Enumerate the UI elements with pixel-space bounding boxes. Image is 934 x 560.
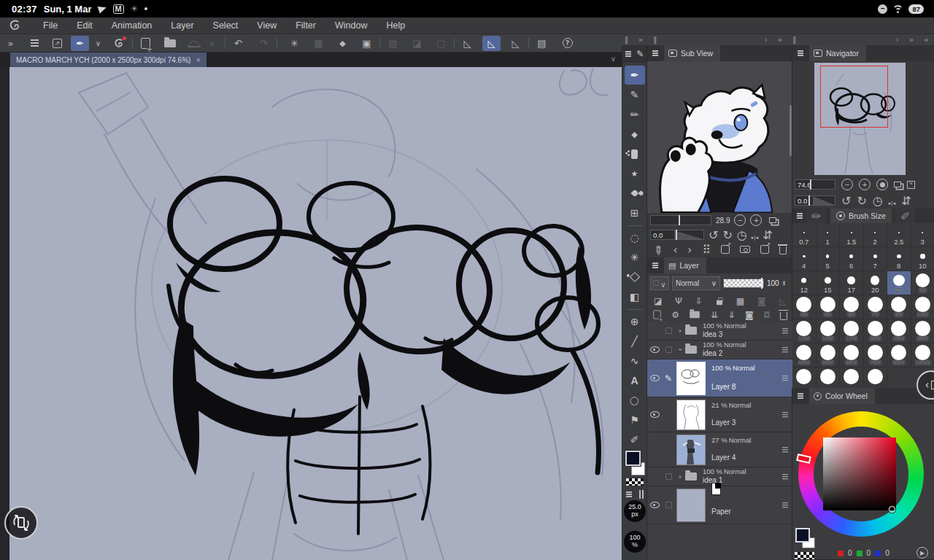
new-layer-settings-icon[interactable] [671,310,679,320]
layer-row-layer8[interactable]: 100 %Normal Layer 8 [647,359,792,397]
lock-transparent-pixels-icon[interactable] [736,296,744,306]
brush-size-option-170[interactable]: 170 [840,319,864,343]
panel-menu-icon[interactable] [652,265,658,266]
lock-layer-icon[interactable] [717,300,722,305]
brush-size-option-3[interactable]: 3 [911,223,934,247]
actual-size-button[interactable] [876,179,888,190]
dock-expand-icon[interactable] [909,36,914,44]
clip-studio-home-button[interactable] [110,36,128,51]
create-mask-icon[interactable] [745,310,754,320]
layer-row-layer4[interactable]: 27 %Normal Layer 4 [647,432,792,467]
reset-display-button[interactable] [285,36,304,51]
brush-size-option-80[interactable]: 80 [887,295,911,319]
foreground-color-swatch[interactable] [795,528,810,542]
brush-size-option-500[interactable]: 500 [817,343,841,368]
dock-arrow-icon[interactable] [896,36,899,44]
brush-size-option-1000[interactable]: 1000 [911,343,934,368]
color-mode-toggle[interactable]: ▶ [916,547,928,559]
dock-arrow-icon[interactable] [765,36,768,44]
zoom-out-button[interactable]: − [734,214,746,226]
brush-opacity-indicator[interactable]: 100 % [624,531,646,553]
layer-drag-handle[interactable] [782,330,788,332]
menu-filter[interactable]: Filter [286,18,325,34]
brush-size-option-40[interactable]: 40 [792,295,817,319]
brush-size-option-6[interactable]: 6 [840,247,864,271]
dock-handle-icon[interactable] [792,36,796,44]
brush-size-option-20[interactable]: 20 [864,271,888,295]
fit-to-window-icon[interactable] [907,181,915,189]
tool-airbrush[interactable] [625,144,645,163]
brush-size-option-30[interactable]: 30 [911,271,934,295]
brush-size-option-600[interactable]: 600 [840,343,864,368]
delete-layer-icon[interactable] [780,312,787,320]
zoom-out-button[interactable]: − [841,179,853,190]
previous-image-icon[interactable] [673,243,677,257]
merge-down-icon[interactable] [728,310,736,320]
layer-drag-handle[interactable] [782,378,788,379]
menu-view[interactable]: View [247,18,286,34]
tool-menu-icon[interactable] [625,53,631,55]
menu-edit[interactable]: Edit [67,18,102,34]
layer-drag-handle[interactable] [782,349,788,351]
transfer-down-icon[interactable] [711,310,718,320]
foreground-color-swatch[interactable] [625,451,641,466]
snap-ruler-button[interactable] [458,36,476,51]
canvas-rotation-button[interactable] [4,506,38,540]
sidebar-collapse-icon[interactable] [1,36,20,51]
layer-color-dropdown[interactable] [650,276,669,290]
layer-drag-handle[interactable] [782,505,788,506]
layer-thumbnail[interactable] [676,400,706,430]
export-image-icon[interactable] [721,245,730,254]
folder-expand-arrow[interactable]: › [675,472,685,481]
layer-drag-handle[interactable] [782,449,788,451]
enable-mask-icon[interactable] [757,296,766,306]
sub-view-rotation-slider[interactable]: 0.0 [650,230,704,240]
brush-size-option-10[interactable]: 10 [911,247,934,271]
tool-decoration[interactable] [625,164,645,183]
brush-size-option-200[interactable]: 200 [864,319,888,343]
tool-brush[interactable] [625,105,645,124]
delete-image-icon[interactable] [779,246,787,254]
brush-size-option-5[interactable]: 5 [817,247,841,271]
menu-animation[interactable]: Animation [102,18,162,34]
brush-size-option-clipped[interactable] [792,368,817,388]
transparent-color-swatch[interactable] [795,552,814,559]
tool-text[interactable] [625,371,645,390]
layer-drag-handle[interactable] [782,476,788,478]
tool-dropdown-icon[interactable] [89,36,107,51]
brush-size-option-70[interactable]: 70 [864,295,888,319]
brush-size-option-0.7[interactable]: 0.7 [792,223,817,247]
brush-size-option-300[interactable]: 300 [911,319,934,343]
open-file-button[interactable] [161,36,179,51]
layer-thumbnail[interactable] [676,362,706,395]
invert-selection-button[interactable] [408,36,426,51]
brush-size-option-250[interactable]: 250 [887,319,911,343]
navigator-tab[interactable]: Navigator [809,45,866,61]
rotate-cw-icon[interactable] [722,228,732,242]
dock-expand-icon[interactable] [638,36,643,44]
brush-size-option-2[interactable]: 2 [864,223,888,247]
brush-size-option-15[interactable]: 15 [817,271,841,295]
layer-row-idea2[interactable]: › 100 %Normal idea 2 [647,341,792,359]
navigator-viewport-rect[interactable] [820,66,888,128]
document-tab[interactable]: MACRO MARCH YCH (2000 x 2500px 300dpi 74… [10,52,207,67]
navigator-rotation-slider[interactable]: 0.0 [795,195,835,206]
layer-checkbox[interactable] [662,502,675,508]
brush-size-option-700[interactable]: 700 [864,343,888,368]
zoom-in-button[interactable]: + [750,214,762,226]
brush-size-option-25[interactable]: 25 [887,271,911,295]
tool-blend[interactable] [625,184,645,203]
new-canvas-button[interactable] [136,36,155,51]
publish-button[interactable] [185,36,203,51]
canvas-viewport[interactable] [0,67,622,560]
flip-horizontal-icon[interactable] [889,194,895,208]
brush-size-option-12[interactable]: 12 [792,271,817,295]
new-folder-icon[interactable] [690,311,700,318]
brush-size-option-clipped[interactable] [840,368,864,388]
tool-operate[interactable] [625,312,645,331]
grid-toggle-button[interactable] [309,36,328,51]
brush-size-indicator[interactable]: 25.0 px [624,500,646,522]
brush-size-option-100[interactable]: 100 [911,295,934,319]
brush-size-option-clipped[interactable] [864,368,888,388]
color-wheel-tab[interactable]: Color Wheel [809,388,875,404]
